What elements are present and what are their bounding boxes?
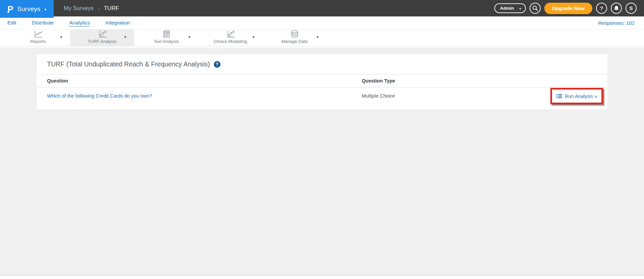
toolbar-item-label: Choice Modelling xyxy=(214,39,247,44)
chevron-down-icon: ▾ xyxy=(44,6,46,12)
question-link[interactable]: Which of the following Credit Cards do y… xyxy=(47,93,152,99)
scatter-chart-icon xyxy=(98,30,107,39)
column-header-question-type: Question Type xyxy=(362,78,395,83)
question-type-cell: Multiple Choice xyxy=(362,88,550,104)
search-icon xyxy=(532,5,538,11)
toolbar-item-reports[interactable]: Reports ▾ xyxy=(6,30,70,46)
run-analysis-label: Run Analysis » xyxy=(565,94,597,99)
toolbar-item-turf-analysis[interactable]: TURF Analysis ▾ xyxy=(70,30,134,46)
toolbar-item-manage-data[interactable]: Manage Data ▾ xyxy=(262,30,327,46)
toolbar-item-choice-modelling[interactable]: Choice Modelling ▾ xyxy=(198,30,262,46)
toolbar-item-text-analysis[interactable]: Text Analysis ▾ xyxy=(134,30,198,46)
toolbar-item-label: Text Analysis xyxy=(154,39,179,44)
main-content: TURF (Total Unduplicated Reach & Frequen… xyxy=(0,48,644,275)
upgrade-now-button[interactable]: Upgrade Now xyxy=(544,3,592,14)
admin-label: Admin xyxy=(500,6,514,11)
chevron-down-icon[interactable]: ▾ xyxy=(124,35,126,39)
question-cell: Which of the following Credit Cards do y… xyxy=(47,88,362,104)
database-icon xyxy=(290,30,299,39)
turf-analysis-card: TURF (Total Unduplicated Reach & Frequen… xyxy=(37,54,607,109)
avatar-letter: S xyxy=(629,5,633,11)
toolbar-item-label: Manage Data xyxy=(281,39,307,44)
breadcrumb: My Surveys › TURF xyxy=(64,5,119,12)
user-avatar[interactable]: S xyxy=(626,3,637,14)
question-mark-icon: ? xyxy=(600,5,603,11)
tab-integration[interactable]: Integration xyxy=(105,20,130,26)
page-title: TURF (Total Unduplicated Reach & Frequen… xyxy=(47,60,210,68)
list-icon xyxy=(556,94,562,98)
toolbar-item-label: Reports xyxy=(31,39,46,44)
chevron-down-icon[interactable]: ▾ xyxy=(316,35,318,39)
tab-analytics[interactable]: Analytics xyxy=(69,20,90,26)
line-chart-icon xyxy=(33,30,43,39)
breadcrumb-my-surveys[interactable]: My Surveys xyxy=(64,5,94,12)
tab-edit[interactable]: Edit xyxy=(7,20,16,26)
search-button[interactable] xyxy=(530,3,541,14)
bottom-edge-strip xyxy=(0,275,644,279)
breadcrumb-current-turf: TURF xyxy=(104,5,119,12)
bell-icon xyxy=(613,5,620,11)
help-circle-icon[interactable]: ? xyxy=(214,61,220,68)
responses-count: Responses: 102 xyxy=(598,20,644,26)
run-analysis-highlight-box: Run Analysis » xyxy=(550,88,603,104)
scatter-chart-icon xyxy=(226,30,235,39)
chevron-down-icon[interactable]: ▾ xyxy=(60,35,62,39)
column-header-question: Question xyxy=(47,78,362,83)
topbar-actions: Admin ▾ Upgrade Now ? S xyxy=(494,3,644,14)
analytics-toolbar: Reports ▾ TURF Analysis ▾ xyxy=(0,30,644,46)
table-header-row: Question Question Type xyxy=(37,74,607,88)
top-bar: P Surveys ▾ My Surveys › TURF Admin ▾ Up… xyxy=(0,0,644,16)
tab-distribute[interactable]: Distribute xyxy=(32,20,54,26)
admin-menu-button[interactable]: Admin ▾ xyxy=(494,3,526,13)
chevron-down-icon: ▾ xyxy=(519,6,521,10)
table-row: Which of the following Credit Cards do y… xyxy=(37,88,607,109)
notifications-button[interactable] xyxy=(611,3,622,14)
toolbar-item-label: TURF Analysis xyxy=(88,39,117,44)
card-title-row: TURF (Total Unduplicated Reach & Frequen… xyxy=(37,54,607,74)
proprofs-logo-icon: P xyxy=(7,5,13,13)
surveys-app-switcher[interactable]: P Surveys ▾ xyxy=(0,0,54,18)
report-doc-icon xyxy=(162,30,171,39)
breadcrumb-separator-icon: › xyxy=(98,6,100,11)
survey-section-nav: Edit Distribute Analytics Integration Re… xyxy=(0,16,644,30)
run-analysis-button[interactable]: Run Analysis » xyxy=(556,94,597,99)
chevron-down-icon[interactable]: ▾ xyxy=(188,35,190,39)
chevron-down-icon[interactable]: ▾ xyxy=(252,35,254,39)
help-button[interactable]: ? xyxy=(596,3,607,14)
product-label: Surveys xyxy=(17,5,41,13)
